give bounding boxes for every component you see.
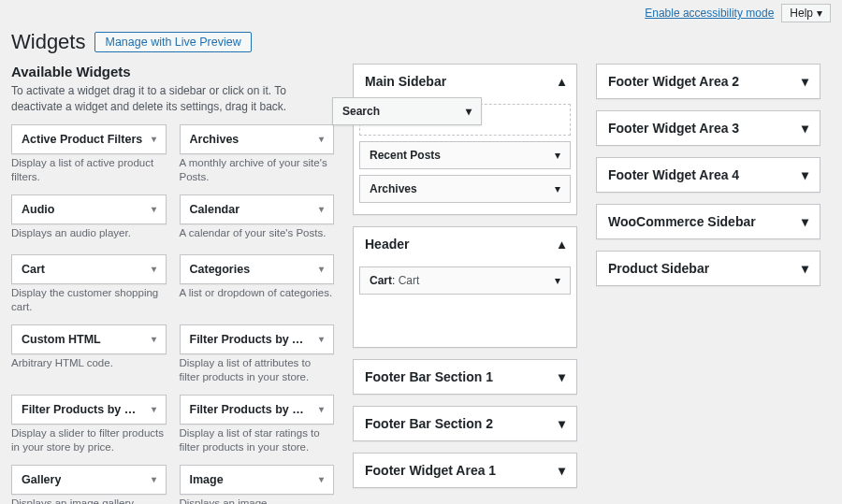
widget-description: Display a list of active product filters…	[11, 154, 167, 189]
placed-widget[interactable]: Recent Posts	[359, 141, 571, 169]
widget-name: Active Product Filters	[22, 133, 142, 146]
page-header: Widgets Manage with Live Preview	[11, 28, 831, 64]
chevron-down-icon	[152, 474, 156, 484]
sidebar-title: Main Sidebar	[365, 74, 446, 89]
available-heading: Available Widgets	[11, 64, 334, 79]
available-widget[interactable]: Archives	[180, 124, 335, 154]
collapse-icon	[559, 237, 565, 252]
expand-icon	[559, 369, 565, 384]
placed-widget[interactable]: Cart: Cart	[359, 266, 571, 295]
widget-description: A calendar of your site's Posts.	[180, 224, 335, 249]
widget-name: Cart	[370, 274, 392, 287]
available-widget[interactable]: Filter Products by Price	[11, 395, 167, 425]
sidebar-collapsed: Footer Widget Area 4	[596, 157, 820, 193]
chevron-down-icon	[466, 105, 472, 118]
available-widget[interactable]: Audio	[11, 194, 167, 224]
sidebar-title: Footer Widget Area 1	[365, 463, 496, 478]
widget-name: Audio	[22, 203, 54, 216]
widget-dropzone[interactable]: Search	[359, 104, 571, 136]
available-widgets-panel: Available Widgets To activate a widget d…	[11, 64, 334, 504]
chevron-down-icon	[319, 334, 324, 344]
widget-name: Categories	[190, 263, 251, 276]
dragging-widget-search[interactable]: Search	[332, 97, 482, 125]
chevron-down-icon	[319, 474, 324, 484]
available-widget[interactable]: Custom HTML	[11, 324, 167, 354]
sidebar-header[interactable]: Product Sidebar	[597, 252, 820, 285]
sidebar-collapsed: Footer Widget Area 3	[596, 110, 820, 146]
widget-name: Recent Posts	[370, 149, 441, 162]
chevron-down-icon	[152, 404, 156, 414]
sidebar-title: Footer Widget Area 3	[608, 121, 739, 136]
page-title: Widgets	[11, 30, 85, 54]
widget-description: Displays an audio player.	[11, 224, 167, 249]
chevron-down-icon	[319, 204, 324, 214]
chevron-down-icon	[152, 204, 156, 214]
sidebar-title: Header	[365, 237, 409, 252]
chevron-down-icon	[152, 334, 156, 344]
sidebar-header[interactable]: Footer Bar Section 2	[354, 407, 576, 440]
widget-description: A monthly archive of your site's Posts.	[180, 154, 335, 189]
available-widget[interactable]: Cart	[11, 254, 167, 284]
sidebar-header-area: Header Cart: Cart	[353, 226, 577, 348]
widget-name: Gallery	[22, 473, 61, 486]
collapse-icon	[559, 74, 565, 89]
sidebar-column-2: Footer Widget Area 2Footer Widget Area 3…	[596, 64, 820, 297]
sidebar-header[interactable]: Footer Widget Area 4	[597, 158, 820, 192]
placed-widget[interactable]: Archives	[359, 175, 571, 203]
accessibility-mode-link[interactable]: Enable accessibility mode	[645, 7, 774, 20]
chevron-down-icon	[555, 149, 560, 162]
sidebar-collapsed: Product Sidebar	[596, 251, 820, 286]
chevron-down-icon	[319, 404, 324, 414]
widget-description: Display the customer shopping cart.	[11, 284, 167, 319]
sidebar-header-area-header[interactable]: Header	[354, 227, 576, 261]
available-widget[interactable]: Active Product Filters	[11, 124, 167, 154]
sidebar-header[interactable]: Footer Bar Section 1	[354, 360, 576, 394]
available-widget[interactable]: Filter Products by Attr…	[180, 324, 335, 354]
widget-name: Archives	[370, 182, 417, 195]
widget-name: Archives	[190, 133, 240, 146]
sidebar-title: Footer Bar Section 2	[365, 416, 493, 431]
widget-name: Search	[342, 105, 380, 118]
sidebar-header[interactable]: Footer Widget Area 2	[597, 65, 820, 98]
widget-description: Displays an image gallery.	[11, 495, 167, 504]
expand-icon	[802, 74, 808, 89]
widget-description: Displays an image.	[180, 495, 335, 504]
widget-description: Display a list of attributes to filter p…	[180, 354, 335, 389]
widget-name: Filter Products by Attr…	[190, 333, 312, 346]
sidebar-column-1: Main Sidebar Search Recent Posts Archive…	[353, 64, 577, 499]
sidebar-header[interactable]: WooCommerce Sidebar	[597, 205, 820, 238]
screen-options-bar: Enable accessibility mode Help	[11, 0, 831, 28]
sidebar-header[interactable]: Footer Widget Area 3	[597, 111, 820, 145]
chevron-down-icon	[555, 274, 560, 287]
manage-live-preview-button[interactable]: Manage with Live Preview	[94, 32, 251, 52]
sidebar-main-header[interactable]: Main Sidebar	[354, 65, 576, 98]
sidebar-title: WooCommerce Sidebar	[608, 214, 756, 229]
widget-description: Display a slider to filter products in y…	[11, 425, 167, 459]
widget-description: A list or dropdown of categories.	[180, 284, 335, 309]
available-description: To activate a widget drag it to a sideba…	[11, 83, 334, 115]
widget-name: Cart	[22, 263, 45, 276]
available-widget[interactable]: Image	[180, 465, 335, 495]
sidebar-collapsed: Footer Bar Section 1	[353, 359, 577, 395]
available-widget[interactable]: Filter Products by Rati…	[180, 395, 335, 425]
chevron-down-icon	[319, 264, 324, 274]
chevron-down-icon	[152, 134, 156, 144]
expand-icon	[802, 121, 808, 136]
sidebar-collapsed: Footer Widget Area 2	[596, 64, 820, 99]
widget-name: Image	[190, 473, 224, 486]
expand-icon	[802, 261, 808, 276]
expand-icon	[802, 214, 808, 229]
available-widget[interactable]: Gallery	[11, 465, 167, 495]
available-widget[interactable]: Calendar	[180, 194, 335, 224]
widget-name: Filter Products by Rati…	[190, 403, 312, 416]
help-button[interactable]: Help	[781, 4, 831, 22]
widget-name: Filter Products by Price	[22, 403, 143, 416]
sidebar-title: Footer Widget Area 2	[608, 74, 739, 89]
available-widget[interactable]: Categories	[180, 254, 335, 284]
sidebar-collapsed: Footer Widget Area 1	[353, 453, 577, 488]
sidebar-header[interactable]: Footer Widget Area 1	[354, 454, 576, 487]
chevron-down-icon	[319, 134, 324, 144]
widget-name: Custom HTML	[22, 333, 101, 346]
widget-description: Display a list of star ratings to filter…	[180, 425, 335, 459]
widget-instance-title: Cart	[399, 274, 420, 287]
